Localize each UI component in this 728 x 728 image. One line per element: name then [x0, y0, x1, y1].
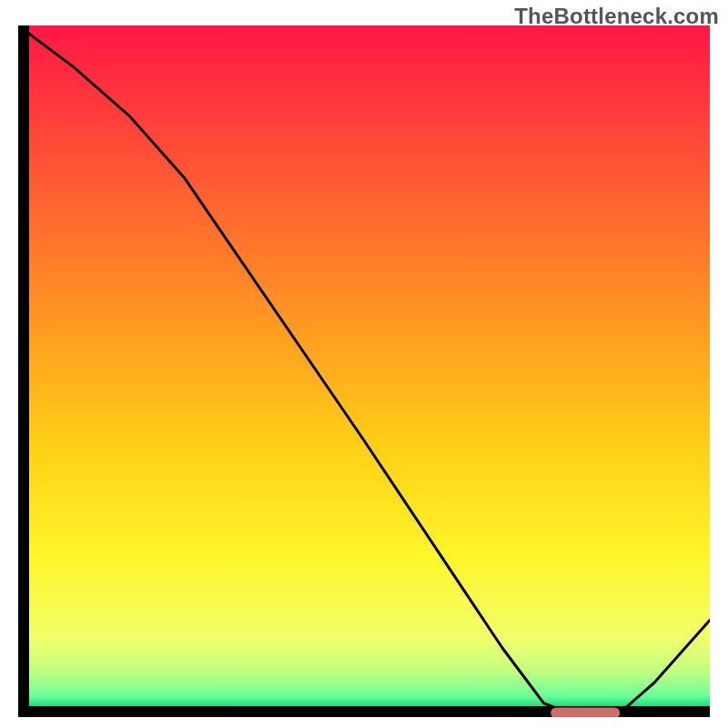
optimum-marker	[551, 707, 620, 717]
plot-frame	[18, 25, 710, 717]
y-axis	[18, 25, 29, 717]
bottleneck-chart	[18, 25, 710, 717]
gradient-background	[29, 25, 710, 706]
chart-container: TheBottleneck.com	[0, 0, 728, 728]
